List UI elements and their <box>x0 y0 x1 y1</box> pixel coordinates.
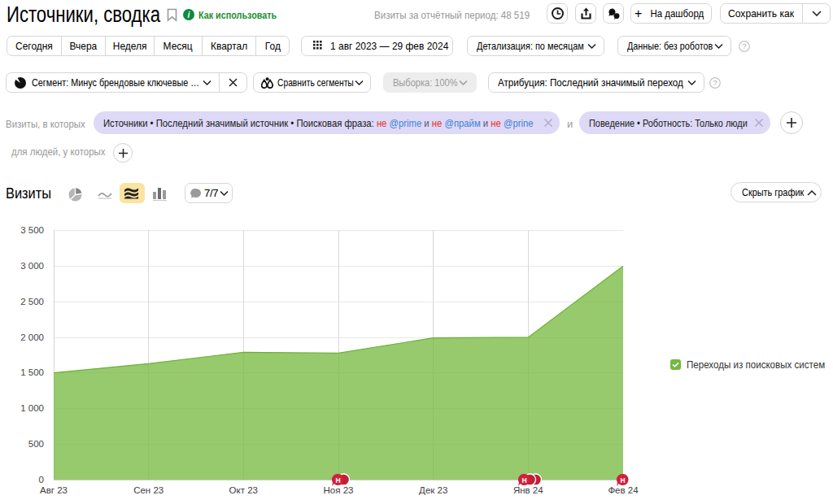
svg-text:3 000: 3 000 <box>20 261 44 271</box>
svg-text:0: 0 <box>39 475 44 484</box>
svg-text:Н: Н <box>620 476 625 484</box>
svg-text:Дек 23: Дек 23 <box>419 485 447 495</box>
svg-text:Окт 23: Окт 23 <box>229 485 258 495</box>
svg-text:1 000: 1 000 <box>20 403 44 413</box>
svg-text:Авг 23: Авг 23 <box>40 485 68 495</box>
svg-text:Н: Н <box>521 476 526 484</box>
svg-text:3 500: 3 500 <box>20 225 44 235</box>
svg-text:Ноя 23: Ноя 23 <box>324 485 354 495</box>
svg-text:Н: Н <box>335 476 340 484</box>
svg-text:1 500: 1 500 <box>20 367 44 377</box>
svg-text:2 000: 2 000 <box>20 332 44 342</box>
svg-text:Фев 24: Фев 24 <box>608 485 639 495</box>
svg-text:2 500: 2 500 <box>20 297 44 306</box>
svg-text:Янв 24: Янв 24 <box>513 485 543 495</box>
svg-text:Сен 23: Сен 23 <box>133 485 164 495</box>
svg-text:500: 500 <box>28 439 44 449</box>
